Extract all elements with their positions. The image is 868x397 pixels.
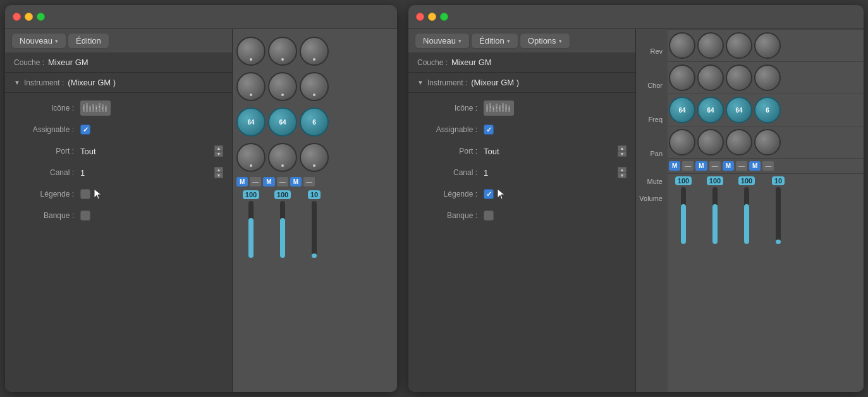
nouveau-button-right[interactable]: Nouveau ▾ [415, 33, 470, 49]
port-stepper-left[interactable]: ▲ ▼ [214, 145, 223, 157]
legende-checkbox-left[interactable] [80, 189, 90, 199]
mute-btn-1-left[interactable]: M [236, 177, 248, 186]
svg-rect-28 [496, 107, 497, 108]
mixer-panel-left: 64 64 6 [233, 29, 397, 392]
knob-pan-3[interactable] [726, 129, 752, 156]
knob-2-left[interactable] [268, 37, 297, 66]
minimize-button-right[interactable] [428, 13, 436, 21]
traffic-lights-left [13, 13, 45, 21]
maximize-button-left[interactable] [37, 13, 45, 21]
instrument-bar-right: ▼ Instrument : (Mixeur GM ) [408, 73, 635, 93]
knob-chor-4[interactable] [754, 64, 781, 91]
mute-minus-1-right[interactable]: — [682, 161, 694, 171]
label-rev: Rev [639, 34, 665, 68]
mute-minus-3-left[interactable]: — [303, 177, 315, 186]
canal-stepper-down-right[interactable]: ▼ [618, 173, 627, 178]
mute-minus-2-right[interactable]: — [709, 161, 721, 171]
vol-fader-1-right[interactable] [681, 187, 686, 244]
nouveau-button-left[interactable]: Nouveau ▾ [11, 33, 66, 49]
mute-minus-1-left[interactable]: — [250, 177, 261, 186]
knob-pan-1-left[interactable] [236, 143, 266, 172]
knob-freq-4[interactable]: 6 [754, 97, 781, 123]
knob-val-1-left[interactable]: 64 [236, 107, 266, 137]
knob-val-2-left[interactable]: 64 [268, 107, 297, 137]
edition-button-left[interactable]: Édition [68, 33, 109, 49]
banque-checkbox-left[interactable] [80, 211, 90, 221]
knob-chor-2[interactable] [697, 64, 724, 91]
edition-button-right[interactable]: Édition ▾ [471, 33, 518, 49]
vol-fader-1-left[interactable] [248, 201, 254, 258]
close-button-right[interactable] [416, 13, 424, 21]
freq-row: 64 64 64 6 [668, 94, 864, 126]
close-button-left[interactable] [13, 13, 21, 21]
vol-fader-4-right[interactable] [776, 187, 781, 244]
mute-btn-2-left[interactable]: M [263, 177, 274, 186]
pan-row-right [668, 126, 864, 159]
knob-1-left[interactable] [236, 37, 266, 66]
knob-chor-1[interactable] [669, 64, 695, 91]
stepper-up-left[interactable]: ▲ [214, 145, 223, 151]
mute-btn-1-right[interactable]: M [669, 161, 680, 171]
knob-rev-4[interactable] [754, 32, 781, 59]
banque-checkbox-right[interactable] [484, 211, 494, 221]
layer-bar-left: Couche : Mixeur GM [5, 52, 232, 73]
minimize-button-left[interactable] [25, 13, 33, 21]
assignable-checkbox-left[interactable] [80, 125, 90, 135]
vol-fader-2-left[interactable] [280, 201, 285, 258]
vol-fader-3-right[interactable] [744, 187, 749, 244]
port-row-left: Tout ▲ ▼ [80, 145, 223, 157]
mute-btn-3-right[interactable]: M [723, 161, 734, 171]
form-section-left: Icône : [5, 93, 232, 237]
knob-pan-1[interactable] [669, 129, 695, 156]
knob-val-3-left[interactable]: 6 [300, 107, 329, 137]
mute-btn-3-left[interactable]: M [290, 177, 302, 186]
mute-minus-3-right[interactable]: — [736, 161, 747, 171]
knob-6-left[interactable] [300, 72, 329, 101]
stepper-down-left[interactable]: ▼ [214, 151, 223, 157]
canal-stepper-down-left[interactable]: ▼ [214, 173, 223, 178]
port-stepper-up-right[interactable]: ▲ [618, 145, 627, 151]
mute-minus-2-left[interactable]: — [277, 177, 288, 186]
port-stepper-down-right[interactable]: ▼ [618, 151, 627, 157]
vol-fader-2-right[interactable] [712, 187, 718, 244]
knob-chor-3[interactable] [726, 64, 752, 91]
mute-btn-2-right[interactable]: M [695, 161, 707, 171]
assignable-checkbox-right[interactable] [484, 125, 494, 135]
knob-value-2: 64 [279, 119, 286, 126]
form-row-assignable-right: Assignable : [417, 122, 627, 137]
main-content-right: Nouveau ▾ Édition ▾ Options ▾ Couche : M… [408, 29, 864, 392]
knob-4-left[interactable] [236, 72, 266, 101]
knob-3-left[interactable] [300, 37, 329, 66]
options-button-right[interactable]: Options ▾ [520, 33, 570, 49]
legende-checkbox-right[interactable] [484, 189, 494, 199]
port-stepper-right[interactable]: ▲ ▼ [618, 145, 627, 157]
main-content-left: Nouveau ▾ Édition Couche : Mixeur GM ▼ I… [5, 29, 397, 392]
knob-pan-4[interactable] [754, 129, 781, 156]
knob-rev-2[interactable] [697, 32, 724, 59]
knob-freq-2[interactable]: 64 [697, 97, 724, 123]
vol-fader-3-left[interactable] [312, 201, 317, 258]
mute-minus-4-right[interactable]: — [762, 161, 774, 171]
knob-freq-1[interactable]: 64 [669, 97, 695, 123]
canal-stepper-left[interactable]: ▲ ▼ [214, 167, 223, 178]
vol-ch-3-left: 10 [300, 190, 329, 386]
knob-freq-3[interactable]: 64 [726, 97, 752, 123]
form-section-right: Icône : [408, 93, 635, 237]
knob-pan-2-left[interactable] [268, 143, 297, 172]
knob-rev-3[interactable] [726, 32, 752, 59]
svg-rect-30 [503, 106, 503, 107]
canal-stepper-right[interactable]: ▲ ▼ [618, 167, 627, 178]
form-row-assignable-left: Assignable : [14, 122, 223, 137]
form-row-icone-right: Icône : [417, 101, 627, 116]
mute-btn-4-right[interactable]: M [749, 161, 761, 171]
knob-pan-3-left[interactable] [300, 143, 329, 172]
maximize-button-right[interactable] [440, 13, 448, 21]
svg-rect-26 [490, 106, 491, 107]
canal-stepper-up-left[interactable]: ▲ [214, 167, 223, 173]
knob-pan-2[interactable] [697, 129, 724, 156]
knob-5-left[interactable] [268, 72, 297, 101]
svg-rect-15 [106, 108, 106, 109]
vol-ch-1-left: 100 [236, 190, 266, 386]
canal-stepper-up-right[interactable]: ▲ [618, 167, 627, 173]
knob-rev-1[interactable] [669, 32, 695, 59]
